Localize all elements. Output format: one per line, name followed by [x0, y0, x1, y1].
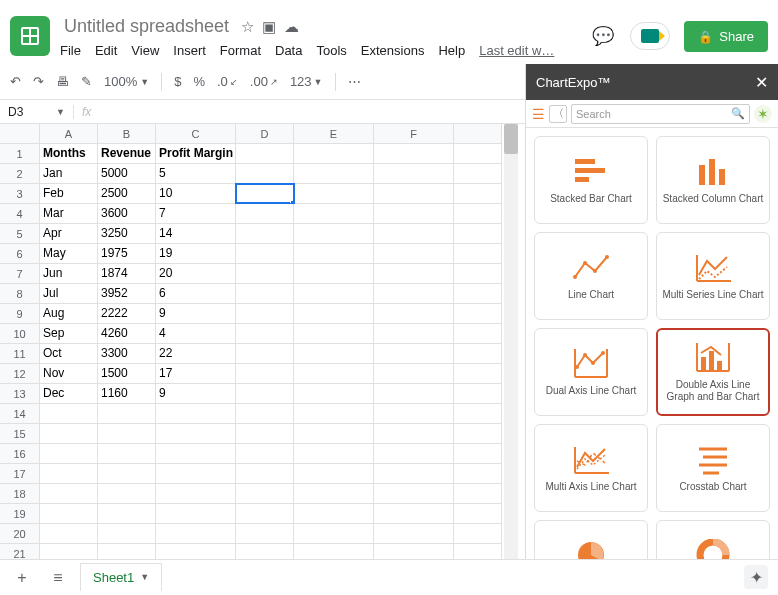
cell-E9[interactable]	[294, 304, 374, 323]
cell-A4[interactable]: Mar	[40, 204, 98, 223]
cell-F21[interactable]	[374, 544, 454, 559]
cell-B13[interactable]: 1160	[98, 384, 156, 403]
cell-C4[interactable]: 7	[156, 204, 236, 223]
cell-B18[interactable]	[98, 484, 156, 503]
cell-C21[interactable]	[156, 544, 236, 559]
cell-D8[interactable]	[236, 284, 294, 303]
cell-C3[interactable]: 10	[156, 184, 236, 203]
cell-A2[interactable]: Jan	[40, 164, 98, 183]
chart-card-dual-axis-line-chart[interactable]: Dual Axis Line Chart	[534, 328, 648, 416]
sheets-logo[interactable]	[10, 16, 50, 56]
cell-F5[interactable]	[374, 224, 454, 243]
cell-F20[interactable]	[374, 524, 454, 543]
cell-F15[interactable]	[374, 424, 454, 443]
cell-D12[interactable]	[236, 364, 294, 383]
increase-decimal-button[interactable]: .00↗	[250, 74, 278, 89]
row-1[interactable]: 1	[0, 144, 40, 163]
row-8[interactable]: 8	[0, 284, 40, 303]
cell-C13[interactable]: 9	[156, 384, 236, 403]
cell-F16[interactable]	[374, 444, 454, 463]
cell-E7[interactable]	[294, 264, 374, 283]
cell-E14[interactable]	[294, 404, 374, 423]
cell-C16[interactable]	[156, 444, 236, 463]
cell-D15[interactable]	[236, 424, 294, 443]
cell-B6[interactable]: 1975	[98, 244, 156, 263]
cell-E20[interactable]	[294, 524, 374, 543]
col-D[interactable]: D	[236, 124, 294, 143]
cell-A3[interactable]: Feb	[40, 184, 98, 203]
cell-F17[interactable]	[374, 464, 454, 483]
cell-B12[interactable]: 1500	[98, 364, 156, 383]
row-20[interactable]: 20	[0, 524, 40, 543]
chart-card-crosstab-chart[interactable]: Crosstab Chart	[656, 424, 770, 512]
meet-button[interactable]	[630, 22, 670, 50]
cell-D7[interactable]	[236, 264, 294, 283]
cell-C7[interactable]: 20	[156, 264, 236, 283]
col-E[interactable]: E	[294, 124, 374, 143]
cell-A20[interactable]	[40, 524, 98, 543]
cell-D9[interactable]	[236, 304, 294, 323]
cell-F13[interactable]	[374, 384, 454, 403]
cell-A14[interactable]	[40, 404, 98, 423]
cell-B20[interactable]	[98, 524, 156, 543]
menu-help[interactable]: Help	[438, 43, 465, 58]
cell-E5[interactable]	[294, 224, 374, 243]
cell-E21[interactable]	[294, 544, 374, 559]
sheet-tab[interactable]: Sheet1 ▼	[80, 563, 162, 591]
comments-icon[interactable]: 💬	[590, 23, 616, 49]
undo-icon[interactable]: ↶	[10, 74, 21, 89]
cell-B10[interactable]: 4260	[98, 324, 156, 343]
row-4[interactable]: 4	[0, 204, 40, 223]
cell-F10[interactable]	[374, 324, 454, 343]
cell-C10[interactable]: 4	[156, 324, 236, 343]
menu-view[interactable]: View	[131, 43, 159, 58]
cell-D16[interactable]	[236, 444, 294, 463]
cell-D14[interactable]	[236, 404, 294, 423]
cell-E17[interactable]	[294, 464, 374, 483]
cell-A16[interactable]	[40, 444, 98, 463]
cell-B16[interactable]	[98, 444, 156, 463]
cell-D18[interactable]	[236, 484, 294, 503]
menu-format[interactable]: Format	[220, 43, 261, 58]
cell-F8[interactable]	[374, 284, 454, 303]
cell-E16[interactable]	[294, 444, 374, 463]
cell-F9[interactable]	[374, 304, 454, 323]
cell-F7[interactable]	[374, 264, 454, 283]
cell-C2[interactable]: 5	[156, 164, 236, 183]
cell-A11[interactable]: Oct	[40, 344, 98, 363]
cell-A10[interactable]: Sep	[40, 324, 98, 343]
cell-A21[interactable]	[40, 544, 98, 559]
cell-B3[interactable]: 2500	[98, 184, 156, 203]
cell-B4[interactable]: 3600	[98, 204, 156, 223]
cell-A9[interactable]: Aug	[40, 304, 98, 323]
cell-D17[interactable]	[236, 464, 294, 483]
cell-F19[interactable]	[374, 504, 454, 523]
row-3[interactable]: 3	[0, 184, 40, 203]
cloud-icon[interactable]: ☁	[284, 18, 299, 36]
doc-title[interactable]: Untitled spreadsheet	[60, 14, 233, 39]
cell-D3[interactable]	[236, 184, 294, 203]
cell-D5[interactable]	[236, 224, 294, 243]
cell-C5[interactable]: 14	[156, 224, 236, 243]
cell-A17[interactable]	[40, 464, 98, 483]
cell-C9[interactable]: 9	[156, 304, 236, 323]
cell-D6[interactable]	[236, 244, 294, 263]
share-button[interactable]: Share	[684, 21, 768, 52]
cell-B17[interactable]	[98, 464, 156, 483]
row-19[interactable]: 19	[0, 504, 40, 523]
row-6[interactable]: 6	[0, 244, 40, 263]
name-box[interactable]: D3	[0, 105, 48, 119]
chart-card-stacked-bar-chart[interactable]: Stacked Bar Chart	[534, 136, 648, 224]
percent-button[interactable]: %	[193, 74, 205, 89]
row-12[interactable]: 12	[0, 364, 40, 383]
more-tools-icon[interactable]: ⋯	[348, 74, 363, 89]
namebox-dropdown-icon[interactable]: ▼	[48, 107, 73, 117]
cell-B9[interactable]: 2222	[98, 304, 156, 323]
cell-F1[interactable]	[374, 144, 454, 163]
cell-C19[interactable]	[156, 504, 236, 523]
cell-B5[interactable]: 3250	[98, 224, 156, 243]
cell-D20[interactable]	[236, 524, 294, 543]
cell-C14[interactable]	[156, 404, 236, 423]
cell-C17[interactable]	[156, 464, 236, 483]
cell-D1[interactable]	[236, 144, 294, 163]
